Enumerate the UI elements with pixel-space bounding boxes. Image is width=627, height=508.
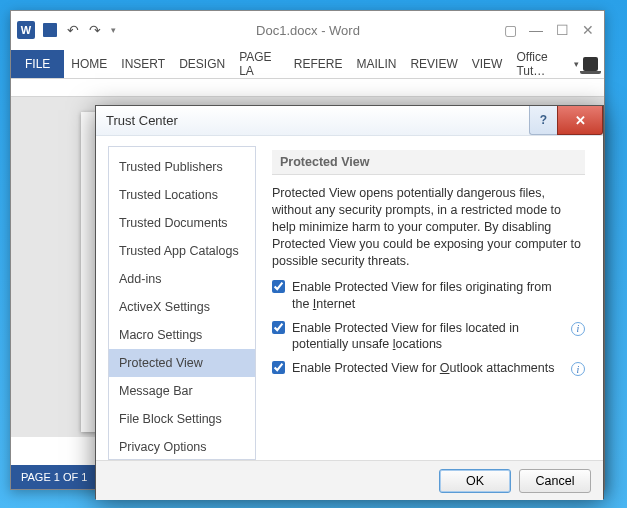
chevron-down-icon[interactable]: ▾ (574, 59, 579, 69)
option-internet-files: Enable Protected View for files originat… (272, 279, 585, 312)
tab-design[interactable]: DESIGN (172, 49, 232, 78)
redo-icon[interactable]: ↷ (89, 22, 101, 38)
nav-macro-settings[interactable]: Macro Settings (109, 321, 255, 349)
dialog-footer: OK Cancel (96, 460, 603, 500)
nav-file-block-settings[interactable]: File Block Settings (109, 405, 255, 433)
trust-center-dialog: Trust Center ? ✕ Trusted Publishers Trus… (95, 105, 604, 499)
word-titlebar: W ↶ ↷ ▾ Doc1.docx - Word ▢ — ☐ ✕ (11, 11, 604, 49)
nav-activex-settings[interactable]: ActiveX Settings (109, 293, 255, 321)
ribbon-tabs: FILE HOME INSERT DESIGN PAGE LA REFERE M… (11, 49, 604, 79)
laptop-icon[interactable] (583, 57, 598, 71)
help-button[interactable]: ? (529, 106, 557, 135)
tab-references[interactable]: REFERE (287, 49, 350, 78)
checkbox-unsafe-locations[interactable] (272, 321, 285, 334)
nav-trusted-publishers[interactable]: Trusted Publishers (109, 153, 255, 181)
nav-add-ins[interactable]: Add-ins (109, 265, 255, 293)
checkbox-internet-files[interactable] (272, 280, 285, 293)
tab-view[interactable]: VIEW (465, 49, 510, 78)
undo-icon[interactable]: ↶ (67, 22, 79, 38)
ribbon-options-icon[interactable]: ▢ (500, 22, 520, 38)
checkbox-outlook-attachments[interactable] (272, 361, 285, 374)
close-button[interactable]: ✕ (557, 106, 603, 135)
info-icon[interactable]: i (571, 322, 585, 336)
tab-file[interactable]: FILE (11, 50, 64, 78)
option-outlook-attachments: Enable Protected View for Outlook attach… (272, 360, 585, 376)
maximize-icon[interactable]: ☐ (552, 22, 572, 38)
tab-mailings[interactable]: MAILIN (349, 49, 403, 78)
dialog-title: Trust Center (106, 113, 178, 128)
quick-access-toolbar: ↶ ↷ ▾ (43, 22, 116, 38)
nav-privacy-options[interactable]: Privacy Options (109, 433, 255, 461)
label-outlook-attachments: Enable Protected View for Outlook attach… (292, 360, 554, 376)
tab-review[interactable]: REVIEW (403, 49, 464, 78)
tab-insert[interactable]: INSERT (114, 49, 172, 78)
option-unsafe-locations: Enable Protected View for files located … (272, 320, 585, 353)
nav-message-bar[interactable]: Message Bar (109, 377, 255, 405)
dialog-content: Protected View Protected View opens pote… (256, 136, 603, 460)
page-count: PAGE 1 OF 1 (21, 471, 87, 483)
tab-page-layout[interactable]: PAGE LA (232, 49, 287, 78)
nav-protected-view[interactable]: Protected View (109, 349, 255, 377)
label-internet-files: Enable Protected View for files originat… (292, 279, 567, 312)
ribbon-area (11, 79, 604, 97)
tab-office-tutorials[interactable]: Office Tut… (509, 50, 570, 78)
info-icon[interactable]: i (571, 362, 585, 376)
section-header: Protected View (272, 150, 585, 175)
trust-center-nav: Trusted Publishers Trusted Locations Tru… (108, 146, 256, 460)
nav-trusted-documents[interactable]: Trusted Documents (109, 209, 255, 237)
label-unsafe-locations: Enable Protected View for files located … (292, 320, 567, 353)
cancel-button[interactable]: Cancel (519, 469, 591, 493)
nav-trusted-locations[interactable]: Trusted Locations (109, 181, 255, 209)
word-app-icon: W (17, 21, 35, 39)
nav-trusted-app-catalogs[interactable]: Trusted App Catalogs (109, 237, 255, 265)
save-icon[interactable] (43, 23, 57, 37)
tab-home[interactable]: HOME (64, 49, 114, 78)
minimize-icon[interactable]: — (526, 22, 546, 38)
window-close-icon[interactable]: ✕ (578, 22, 598, 38)
document-title: Doc1.docx - Word (116, 23, 500, 38)
protected-view-description: Protected View opens potentially dangero… (272, 185, 585, 269)
dialog-titlebar: Trust Center ? ✕ (96, 106, 603, 136)
ok-button[interactable]: OK (439, 469, 511, 493)
